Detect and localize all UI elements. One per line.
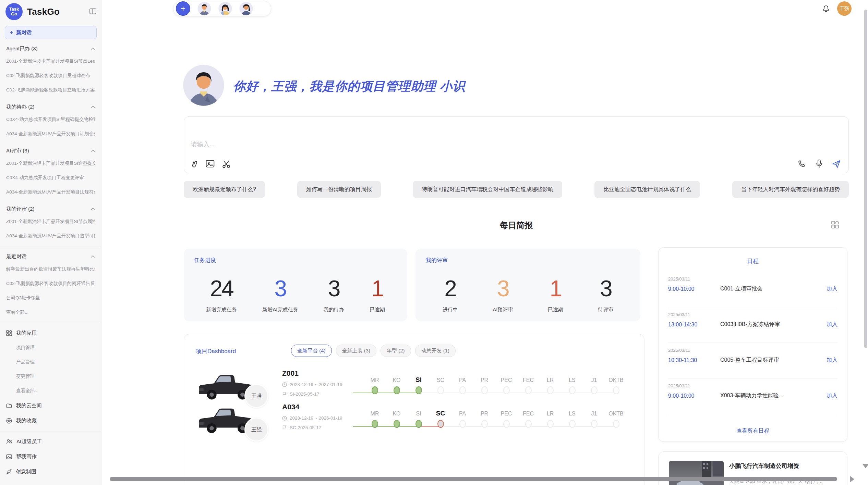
flag-icon <box>282 425 287 430</box>
sidebar-item[interactable]: Z001-全新燃油轻卡产品开发项目SI造型提交物评审 <box>6 156 95 171</box>
sidebar-item[interactable]: A034-全新新能源MUV产品开发项目造型可行性评审 <box>6 229 95 243</box>
section-header-agent-done[interactable]: Agent已办 (3) <box>6 43 95 54</box>
project-code[interactable]: A034 <box>282 403 342 411</box>
chevron-up-icon <box>91 149 95 152</box>
sidebar-item[interactable]: C0X4-动力总成开发项目SI里程碑提交物检查 <box>6 112 95 127</box>
milestone-timeline: MR KO SI SC PA PR PEC FEC LR LS J1 OKTB <box>364 406 627 428</box>
scroll-right-arrow[interactable] <box>850 476 854 482</box>
microphone-icon[interactable] <box>815 159 823 169</box>
add-contact-button[interactable]: + <box>176 1 190 16</box>
milestone-dot <box>547 420 554 428</box>
tab-powertrain-dev[interactable]: 动总开发 (1) <box>415 345 456 357</box>
message-input[interactable]: 请输入... <box>184 116 849 173</box>
section-header-my-todo[interactable]: 我的待办 (2) <box>6 101 95 112</box>
tab-new-platform[interactable]: 全新平台 (4) <box>291 345 332 357</box>
scissors-icon[interactable] <box>222 160 231 169</box>
avatar[interactable] <box>197 2 211 15</box>
sidebar-item-creative-drawing[interactable]: 创意制图 <box>6 464 95 479</box>
view-all-chats-link[interactable]: 查看全部... <box>6 305 95 320</box>
suggestion-chip[interactable]: 如何写一份清晰的项目周报 <box>297 181 381 198</box>
sidebar-item-favorites[interactable]: 我的收藏 <box>6 413 95 428</box>
stat-overdue: 1 已逾期 <box>370 277 385 313</box>
milestone-node: PR <box>473 373 495 394</box>
milestone-node: PEC <box>495 373 517 394</box>
sidebar-header: Task Go TaskGo <box>0 0 101 23</box>
scroll-down-arrow[interactable] <box>863 464 868 468</box>
milestone-node: KO <box>386 406 408 428</box>
app-item-change-mgmt[interactable]: 变更管理 <box>6 369 95 384</box>
milestone-node: OKTB <box>605 373 627 394</box>
sidebar-item-ai-super-staff[interactable]: AI超级员工 <box>6 434 95 449</box>
sidebar-item-help-me-write[interactable]: 帮我写作 <box>6 449 95 464</box>
collapse-sidebar-icon[interactable] <box>89 8 96 14</box>
sidebar-item[interactable]: A034-全新新能源MUV产品开发项目计划变更表编写 <box>6 127 95 141</box>
section-ai-review: AI评审 (3) Z001-全新燃油轻卡产品开发项目SI造型提交物评审 C0X4… <box>6 145 95 199</box>
section-header-recent-chats[interactable]: 最近对话 <box>6 251 95 262</box>
daily-briefing-title: 每日简报 <box>184 220 849 231</box>
view-all-apps-link[interactable]: 查看全部... <box>6 384 95 398</box>
suggestion-chip[interactable]: 当下年轻人对汽车外观有怎样的喜好趋势 <box>732 181 849 198</box>
suggestion-chip[interactable]: 欧洲新规最近颁布了什么? <box>184 181 265 198</box>
section-header-my-review[interactable]: 我的评审 (2) <box>6 203 95 214</box>
star-badge-icon <box>6 418 12 424</box>
sidebar-item[interactable]: A034-全新新能源MUV产品开发项目法规符合性评审 <box>6 185 95 199</box>
sidebar-item[interactable]: Z001-全新燃油轻卡产品开发项目SI节点属性5D文件评审 <box>6 214 95 229</box>
milestone-dot <box>437 386 444 394</box>
vertical-scrollbar[interactable] <box>864 10 867 348</box>
sidebar-item[interactable]: C0X4-动力总成开发项目工程变更评审 <box>6 171 95 185</box>
milestone-dot <box>459 420 466 428</box>
join-meeting-link[interactable]: 加入 <box>827 392 837 399</box>
app-item-product-mgmt[interactable]: 产品管理 <box>6 355 95 369</box>
milestone-dot <box>481 386 488 394</box>
milestone-timeline: MR KO SI SC PA PR PEC FEC LR LS J1 OKTB <box>364 373 627 394</box>
milestone-dot <box>613 386 619 394</box>
sidebar-item[interactable]: C02-飞腾新能源轻客改款项目里程碑画布 <box>6 69 95 83</box>
tab-model-year[interactable]: 年型 (2) <box>381 345 411 357</box>
sidebar-item[interactable]: C02-飞腾新能源轻客改款项目立项汇报方案 <box>6 83 95 97</box>
sidebar-item[interactable]: Z001-全新燃油皮卡产品开发项目SI节点Lesson Learn报告 <box>6 54 95 69</box>
view-all-schedule-link[interactable]: 查看所有日程 <box>659 427 847 435</box>
project-code[interactable]: Z001 <box>282 369 342 377</box>
recent-chat-item[interactable]: 公司Q3轻卡销量 <box>6 291 95 305</box>
new-chat-button[interactable]: + 新对话 <box>5 26 97 39</box>
avatar[interactable] <box>218 2 232 15</box>
milestone-dot <box>569 420 576 428</box>
image-icon[interactable] <box>206 160 215 168</box>
section-header-ai-review[interactable]: AI评审 (3) <box>6 145 95 156</box>
suggestion-chip[interactable]: 比亚迪全固态电池计划具体说了什么 <box>594 181 700 198</box>
my-apps-label: 我的应用 <box>16 330 37 336</box>
sidebar: Task Go TaskGo + 新对话 Agent已办 (3) Z001-全新… <box>0 0 101 485</box>
join-meeting-link[interactable]: 加入 <box>827 321 837 328</box>
attachment-icon[interactable] <box>189 159 200 170</box>
task-progress-stats: 24 新增完成任务 3 新增AI完成任务 3 我的待办 1 已逾期 <box>184 269 407 321</box>
milestone-node: FEC <box>517 373 539 394</box>
sidebar-item-cloud-space[interactable]: 我的云空间 <box>6 398 95 413</box>
layout-grid-icon[interactable] <box>831 221 839 229</box>
send-icon[interactable] <box>832 159 841 169</box>
notifications-bell-icon[interactable] <box>822 4 830 12</box>
section-my-review: 我的评审 (2) Z001-全新燃油轻卡产品开发项目SI节点属性5D文件评审 A… <box>6 203 95 243</box>
app-item-project-mgmt[interactable]: 项目管理 <box>6 340 95 355</box>
join-meeting-link[interactable]: 加入 <box>827 357 837 364</box>
favorites-label: 我的收藏 <box>16 418 37 424</box>
recent-chat-item[interactable]: C02-飞腾新能源轻客改款项目的闭环通告反馈情况 <box>6 276 95 291</box>
stat-ai-pre-review: 3 AI预评审 <box>493 277 513 313</box>
assistant-avatar <box>183 64 225 106</box>
milestone-dot <box>569 386 576 394</box>
phone-icon[interactable] <box>798 160 807 168</box>
horizontal-scrollbar[interactable] <box>110 477 837 481</box>
milestone-dot <box>613 420 619 428</box>
tab-new-body[interactable]: 全新上装 (3) <box>336 345 377 357</box>
help-me-write-label: 帮我写作 <box>16 453 37 460</box>
suggestion-chip[interactable]: 特朗普可能对进口汽车增税会对中国车企造成哪些影响 <box>413 181 562 198</box>
avatar[interactable] <box>239 2 253 15</box>
user-avatar[interactable]: 王强 <box>837 1 852 16</box>
milestone-dot <box>525 386 532 394</box>
join-meeting-link[interactable]: 加入 <box>827 285 837 293</box>
recent-chat-item[interactable]: 解释最新出台的欧盟报废车法规再生塑料比例被调至15%... <box>6 262 95 276</box>
clock-icon <box>282 382 287 387</box>
quill-pen-icon <box>6 469 12 474</box>
sidebar-item-my-apps[interactable]: 我的应用 <box>6 325 95 340</box>
project-dashboard-title: 项目Dashboard <box>196 347 236 355</box>
milestone-node: PR <box>473 406 495 428</box>
